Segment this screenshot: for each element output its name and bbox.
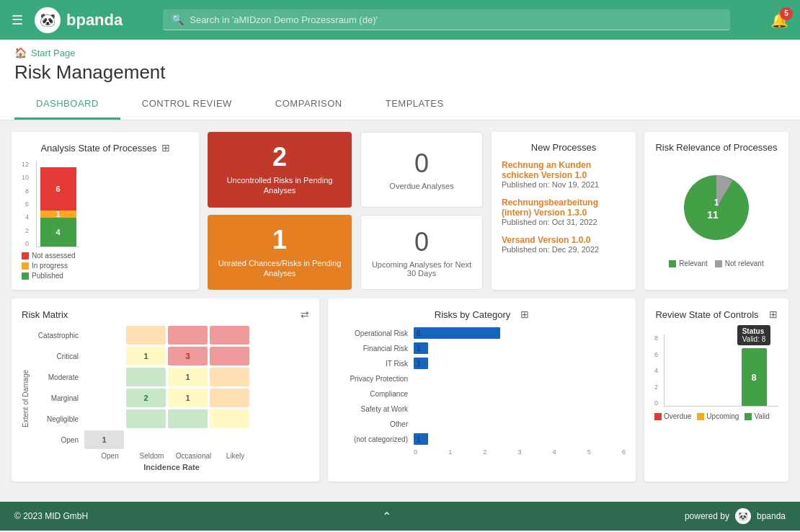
tooltip-title: Status <box>742 327 766 335</box>
tab-control-review[interactable]: CONTROL REVIEW <box>120 89 254 120</box>
tab-dashboard[interactable]: DASHBOARD <box>14 89 120 120</box>
pie-legend: Relevant Not relevant <box>669 260 763 267</box>
x-tick: 6 <box>622 448 626 456</box>
matrix-cell <box>84 326 124 345</box>
overdue-boxes: 0 Overdue Analyses 0 Upcoming Analyses f… <box>360 132 483 290</box>
page-title: Risk Management <box>14 61 786 84</box>
table-icon-2[interactable]: ⊞ <box>520 309 529 320</box>
hbar-row: Privacy Protection <box>338 373 626 384</box>
process-meta-3: Published on: Dec 29, 2022 <box>502 245 626 254</box>
overdue-number: 0 <box>414 148 429 179</box>
breadcrumb: 🏠 Start Page <box>0 40 800 61</box>
hbar-label: Compliance <box>338 390 414 398</box>
matrix-cell <box>168 409 208 428</box>
expand-icon[interactable]: ⇄ <box>301 309 309 320</box>
matrix-row: Critical 1 3 <box>34 347 309 365</box>
matrix-cells: 2 1 <box>84 389 249 407</box>
overdue-analyses-box: 0 Overdue Analyses <box>360 132 483 208</box>
analysis-legend: Not assessed In progress Published <box>22 252 189 280</box>
upcoming-analyses-box: 0 Upcoming Analyses for Next 30 Days <box>360 215 483 291</box>
row-label: Critical <box>34 353 84 360</box>
list-item: Rechnungsbearbeitung (intern) Version 1.… <box>502 198 626 226</box>
search-input[interactable] <box>190 14 721 25</box>
matrix-row: Negligible <box>34 409 309 428</box>
table-icon-3[interactable]: ⊞ <box>769 309 778 320</box>
overdue-dot <box>654 413 662 420</box>
table-icon[interactable]: ⊞ <box>161 142 170 154</box>
matrix-cell <box>126 409 166 428</box>
pie-chart-container: 1 11 Relevant Not relevant <box>654 160 778 267</box>
upcoming-label: Upcoming Analyses for Next 30 Days <box>371 260 472 278</box>
published-dot <box>22 272 29 280</box>
logo-icon: 🐼 <box>35 7 61 33</box>
x-tick: 3 <box>517 448 521 456</box>
overdue-label: Overdue Analyses <box>389 182 453 190</box>
unrated-number: 1 <box>218 225 342 255</box>
not-assessed-dot <box>22 252 29 260</box>
app-header: ☰ 🐼 bpanda 🔍 🔔 5 <box>0 0 800 40</box>
matrix-row: Catastrophic <box>34 326 309 345</box>
matrix-x-title: Incidence Rate <box>34 463 309 471</box>
process-link-1[interactable]: Rechnung an Kunden schicken Version 1.0 <box>502 160 626 180</box>
matrix-cell <box>210 389 249 407</box>
logo-area: 🐼 bpanda <box>35 7 123 33</box>
search-bar[interactable]: 🔍 <box>163 9 730 30</box>
matrix-cell <box>210 368 249 386</box>
hbar-label: Financial Risk <box>338 345 414 353</box>
hbar-bar: 1 <box>414 342 428 354</box>
tab-bar: DASHBOARD CONTROL REVIEW COMPARISON TEMP… <box>0 89 800 120</box>
matrix-cell <box>210 430 249 449</box>
uncontrolled-label: Uncontrolled Risks in Pending Analyses <box>218 175 342 196</box>
home-icon: 🏠 <box>14 47 27 58</box>
new-processes-title: New Processes <box>502 142 626 153</box>
notification-bell[interactable]: 🔔 5 <box>770 12 788 29</box>
matrix-row: Marginal 2 1 <box>34 389 309 407</box>
review-controls-title: Review State of Controls ⊞ <box>654 309 778 320</box>
footer-copyright: © 2023 MID GmbH <box>14 511 88 521</box>
review-bars-container: Status Valid: 8 8 <box>664 334 778 407</box>
tooltip: Status Valid: 8 <box>737 325 771 345</box>
hbar-label: Operational Risk <box>338 329 414 337</box>
matrix-cell <box>210 326 249 345</box>
breadcrumb-link[interactable]: Start Page <box>31 48 75 58</box>
process-meta-2: Published on: Oct 31, 2022 <box>502 218 626 226</box>
footer-chevron-icon[interactable]: ⌃ <box>382 510 391 523</box>
x-label: Occasional <box>174 452 213 460</box>
published-bar: 4 <box>40 218 76 247</box>
hbar-row: Operational Risk 6 <box>338 327 626 339</box>
process-link-3[interactable]: Versand Version 1.0.0 <box>502 235 626 245</box>
risks-category-title: Risks by Category ⊞ <box>338 309 626 320</box>
grid-row-2: Risk Matrix ⇄ Extent of Damage Catastrop… <box>12 298 788 482</box>
new-processes-card: New Processes Rechnung an Kunden schicke… <box>492 132 636 290</box>
in-progress-dot <box>22 262 29 270</box>
menu-icon[interactable]: ☰ <box>12 12 23 28</box>
app-footer: © 2023 MID GmbH ⌃ powered by 🐼 bpanda <box>0 502 800 531</box>
matrix-cell <box>84 389 124 407</box>
review-chart-area: 02468 Status Valid: 8 <box>654 327 778 407</box>
hbar-row: Other <box>338 418 626 430</box>
hbar-row: IT Risk 1 <box>338 358 626 369</box>
process-link-2[interactable]: Rechnungsbearbeitung (intern) Version 1.… <box>502 198 626 218</box>
inprogress-bar: 1 <box>40 210 76 218</box>
review-y-axis: 02468 <box>654 334 661 407</box>
x-tick: 0 <box>414 448 417 456</box>
row-label: Catastrophic <box>34 332 84 340</box>
analysis-state-title: Analysis State of Processes ⊞ <box>22 142 189 154</box>
review-bar-group: Status Valid: 8 8 <box>742 348 767 406</box>
footer-brand: bpanda <box>757 511 786 521</box>
legend-upcoming: Upcoming <box>697 412 739 420</box>
upcoming-dot <box>697 413 704 420</box>
tab-comparison[interactable]: COMPARISON <box>254 89 364 120</box>
hbar-row: Financial Risk 1 <box>338 342 626 354</box>
legend-relevant: Relevant <box>669 260 707 267</box>
not-relevant-dot <box>715 260 722 267</box>
tab-templates[interactable]: TEMPLATES <box>364 89 466 120</box>
relevant-dot <box>669 260 676 267</box>
matrix-cell <box>168 326 208 345</box>
footer-powered-by: powered by <box>685 511 729 521</box>
risk-relevance-title: Risk Relevance of Processes <box>654 142 778 153</box>
matrix-cells <box>84 409 249 428</box>
matrix-y-label: Extent of Damage <box>22 326 30 471</box>
x-tick: 5 <box>587 448 591 456</box>
review-legend: Overdue Upcoming Valid <box>654 412 778 420</box>
